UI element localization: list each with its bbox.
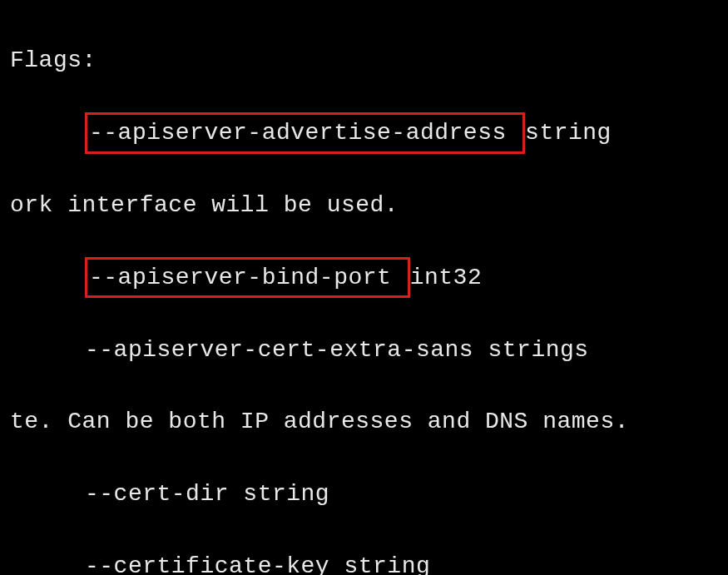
wrapped-text-interface: ork interface will be used. (10, 187, 718, 223)
terminal-output: Flags: --apiserver-advertise-address str… (0, 0, 728, 575)
flags-header: Flags: (10, 42, 718, 78)
flag-apiserver-advertise-address-line: --apiserver-advertise-address string (10, 115, 718, 151)
highlight-apiserver-bind-port: --apiserver-bind-port (85, 257, 410, 298)
flag-type-int32: int32 (410, 265, 483, 290)
flag-apiserver-bind-port-line: --apiserver-bind-port int32 (10, 260, 718, 295)
flag-type-string: string (525, 120, 612, 146)
flag-certificate-key: --certificate-key string (10, 548, 718, 575)
highlight-apiserver-advertise-address: --apiserver-advertise-address (85, 112, 525, 153)
flag-cert-dir: --cert-dir string (10, 476, 718, 512)
flag-apiserver-cert-extra-sans: --apiserver-cert-extra-sans strings (10, 332, 718, 368)
wrapped-text-ip-dns: te. Can be both IP addresses and DNS nam… (10, 404, 718, 439)
